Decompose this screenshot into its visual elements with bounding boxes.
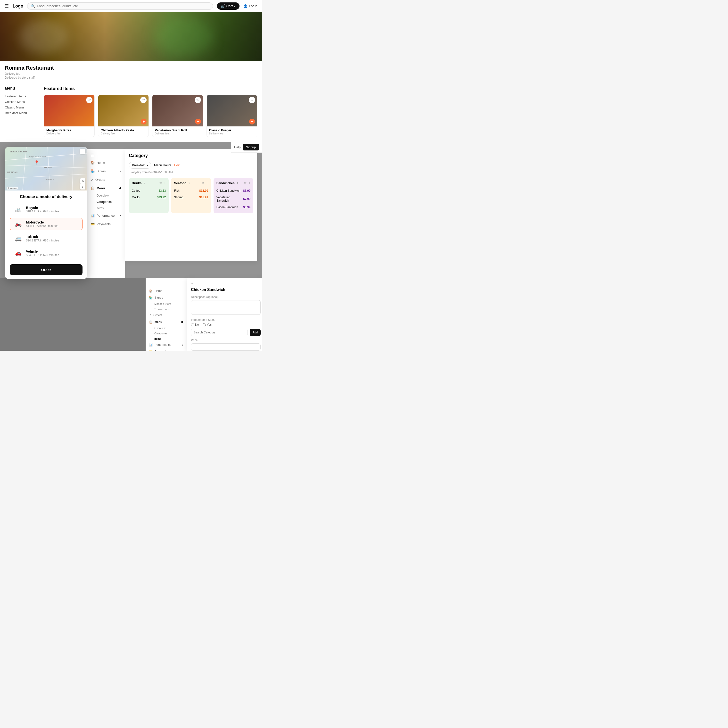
deep-nav-menu[interactable]: 📋 Menu	[145, 319, 187, 326]
heart-button-3[interactable]: ♡	[249, 97, 255, 103]
add-button-1[interactable]: +	[141, 119, 147, 124]
deep-home-label: Home	[154, 289, 162, 293]
home-label: Home	[96, 161, 105, 165]
search-input[interactable]	[37, 4, 210, 8]
menu-title: Menu	[5, 86, 39, 90]
map-label-hager: Hager Fiker Theatre	[29, 155, 46, 158]
bicycle-name: Bicycle	[26, 206, 59, 210]
menu-icon[interactable]: ☰	[5, 3, 9, 9]
map-location-btn[interactable]: ⊕	[80, 178, 86, 184]
deep-nav-payments[interactable]: 💳 Payments	[145, 348, 187, 351]
admin-menu-header[interactable]: ☰	[87, 151, 125, 159]
add-category-button[interactable]: Add	[250, 329, 261, 336]
seafood-column: Seafood 2 ✏ + Fish $12.99 Shrimp $15.99	[171, 178, 211, 213]
deep-perf-icon: 📊	[149, 343, 153, 347]
chicken-sandwich-price: $8.99	[243, 189, 251, 193]
category-panel: Category Breakfast ▾ Menu Hours Edit Eve…	[125, 149, 257, 261]
map-info-btn[interactable]: ℹ	[80, 184, 86, 190]
description-field[interactable]	[191, 300, 261, 315]
admin-nav-overview[interactable]: Overview	[87, 193, 125, 199]
food-card-1: ♡ + Chicken Alfredo Pasta Delivery fee	[98, 95, 149, 137]
admin-sidebar: ☰ 🏠 Home 🏪 Stores ▾ ↗ Orders 📋 Menu Over…	[87, 149, 125, 278]
bacon-sandwich-name: Bacon Sandwich	[216, 205, 238, 209]
food-sub-3: Delivery fee	[209, 132, 255, 135]
shrimp-price: $15.99	[199, 196, 208, 199]
price-input[interactable]	[191, 343, 261, 351]
coffee-price: $3.33	[159, 189, 166, 193]
deep-nav-back[interactable]: ←	[145, 280, 187, 288]
menu-nav-label: Menu	[96, 187, 105, 190]
deep-nav-categories[interactable]: Categories	[145, 331, 187, 336]
orders-icon: ↗	[91, 178, 93, 182]
form-back-btn[interactable]: ←	[191, 282, 261, 285]
sandwiches-edit-btn[interactable]: ✏	[244, 181, 247, 185]
seafood-edit-btn[interactable]: ✏	[202, 181, 205, 185]
delivery-by: Delivered by store staff	[5, 76, 257, 80]
delivery-option-tuktuk[interactable]: 🚐 Tuk-tuk $24.8 ETA in 620 minutes	[10, 232, 83, 245]
admin-nav-stores[interactable]: 🏪 Stores ▾	[87, 167, 125, 176]
heart-button-0[interactable]: ♡	[86, 97, 92, 103]
cart-icon: 🛒	[221, 4, 225, 8]
seafood-add-btn[interactable]: +	[206, 181, 208, 185]
sandwiches-add-btn[interactable]: +	[248, 181, 251, 185]
cart-label: Cart 2	[226, 4, 236, 8]
sidebar-item-featured[interactable]: Featured Items	[5, 93, 39, 99]
food-card-3: ♡ + Classic Burger Delivery fee	[206, 95, 257, 137]
deep-nav-overview[interactable]: Overview	[145, 326, 187, 331]
breakfast-label: Breakfast	[132, 163, 145, 167]
food-card-0: ♡ Margherita Pizza Delivery fee	[44, 95, 95, 137]
add-button-2[interactable]: +	[195, 119, 201, 124]
breakfast-selector[interactable]: Breakfast ▾	[129, 162, 151, 169]
delivery-option-motorcycle[interactable]: 🏍️ Motorcycle $141 ETA in 608 minutes	[10, 218, 83, 230]
sandwich-item-veg: Vegetarian Sandwich $7.99	[216, 194, 251, 204]
top-nav: ☰ Logo 🔍 🛒 Cart 2 👤 Login	[0, 0, 262, 12]
deep-nav-performance[interactable]: 📊 Performance ▾	[145, 341, 187, 348]
heart-button-1[interactable]: ♡	[140, 97, 147, 103]
bicycle-detail: $10.4 ETA in 628 minutes	[26, 210, 59, 213]
modal-title: Choose a mode of delivery	[10, 194, 83, 199]
deep-nav-items[interactable]: Items	[145, 336, 187, 341]
admin-nav-orders[interactable]: ↗ Orders	[87, 176, 125, 184]
delivery-option-vehicle[interactable]: 🚗 Vehicle $24.8 ETA in 620 minutes	[10, 247, 83, 259]
radio-no[interactable]: No	[191, 323, 199, 326]
signup-button[interactable]: Signup	[243, 144, 259, 150]
add-button-3[interactable]: +	[249, 119, 255, 124]
delivery-option-bicycle[interactable]: 🚲 Bicycle $10.4 ETA in 628 minutes	[10, 203, 83, 216]
login-button[interactable]: 👤 Login	[243, 4, 257, 8]
search-category-input[interactable]	[191, 329, 248, 336]
sidebar-menu: Menu Featured Items Chicken Menu Classic…	[5, 81, 39, 137]
heart-button-2[interactable]: ♡	[194, 97, 201, 103]
stores-icon: 🏪	[91, 170, 95, 173]
order-button[interactable]: Order	[10, 264, 83, 275]
deep-stores-label: Stores	[154, 296, 163, 300]
motorcycle-icon: 🏍️	[14, 221, 23, 227]
cart-button[interactable]: 🛒 Cart 2	[217, 2, 240, 10]
admin-nav-menu[interactable]: 📋 Menu	[87, 184, 125, 193]
admin-nav-performance[interactable]: 📊 Performance ▾	[87, 211, 125, 220]
independent-sale-label: Independent Sale?	[191, 318, 261, 321]
admin-nav-items[interactable]: Items	[87, 205, 125, 211]
map-label-sebara: SEBARA BABUR	[10, 150, 28, 153]
performance-expand-icon: ▾	[120, 214, 121, 217]
drinks-edit-btn[interactable]: ✏	[159, 181, 162, 185]
deep-nav-manage-store[interactable]: Manage Store	[145, 301, 187, 306]
sidebar-item-breakfast[interactable]: Breakfast Menu	[5, 110, 39, 116]
admin-nav-home[interactable]: 🏠 Home	[87, 159, 125, 167]
deep-nav-home[interactable]: 🏠 Home	[145, 288, 187, 294]
radio-yes[interactable]: Yes	[203, 323, 212, 326]
sidebar-item-classic[interactable]: Classic Menu	[5, 105, 39, 110]
food-sub-0: Delivery fee	[46, 132, 92, 135]
deep-pay-label: Payments	[154, 350, 167, 351]
help-link[interactable]: Help	[234, 145, 241, 149]
drinks-add-btn[interactable]: +	[164, 181, 166, 185]
deep-nav-transactions[interactable]: Transactions	[145, 306, 187, 312]
vehicle-detail: $24.8 ETA in 620 minutes	[26, 253, 59, 257]
deep-nav-orders[interactable]: ↗ Orders	[145, 312, 187, 319]
user-icon: 👤	[243, 4, 248, 8]
deep-nav-stores[interactable]: 🏪 Stores	[145, 294, 187, 301]
performance-label: Performance	[96, 214, 115, 217]
sidebar-item-chicken[interactable]: Chicken Menu	[5, 99, 39, 105]
edit-link[interactable]: Edit	[174, 163, 180, 167]
admin-nav-categories[interactable]: Categories	[87, 199, 125, 205]
admin-nav-payments[interactable]: 💳 Payments	[87, 220, 125, 228]
